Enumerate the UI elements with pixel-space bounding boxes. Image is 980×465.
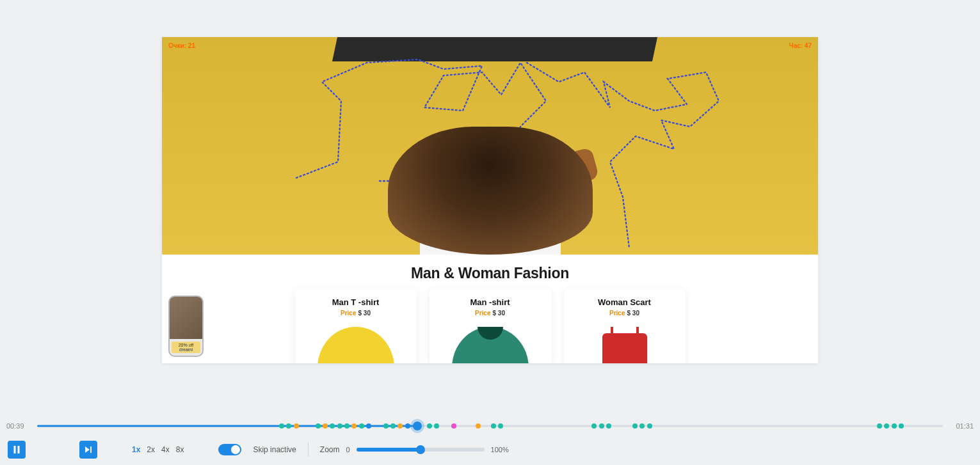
pause-icon [12, 445, 21, 454]
product-title: Man T -shirt [301, 297, 410, 307]
event-marker[interactable] [383, 423, 389, 429]
product-price: Price$ 30 [570, 310, 679, 317]
event-marker[interactable] [351, 423, 357, 429]
event-marker[interactable] [434, 423, 439, 429]
product-title: Man -shirt [436, 297, 545, 307]
skip-forward-button[interactable] [79, 441, 97, 459]
player-controls: 00:39 [0, 414, 980, 465]
event-marker[interactable] [337, 423, 342, 429]
speed-selector: 1x 2x 4x 8x [132, 445, 184, 454]
page-topbar [332, 37, 657, 61]
total-time: 01:31 [951, 422, 974, 430]
product-card[interactable]: Man T -shirt Price$ 30 [295, 288, 417, 363]
event-marker[interactable] [330, 423, 335, 429]
event-marker[interactable] [359, 423, 364, 429]
event-marker[interactable] [599, 423, 604, 429]
skip-forward-icon [84, 445, 93, 454]
svg-rect-0 [14, 446, 16, 453]
event-marker[interactable] [877, 423, 882, 429]
zoom-control: Zoom 0 100% [320, 445, 509, 454]
event-marker[interactable] [294, 423, 299, 429]
event-marker[interactable] [390, 423, 396, 429]
zoom-knob[interactable] [416, 445, 425, 454]
speed-1x[interactable]: 1x [132, 445, 140, 454]
current-time: 00:39 [6, 422, 29, 430]
event-marker[interactable] [316, 423, 321, 429]
zoom-slider[interactable] [357, 448, 485, 452]
pause-button[interactable] [8, 441, 26, 459]
zoom-max: 100% [491, 446, 509, 453]
overlay-time: Час: 47 [789, 42, 812, 49]
event-marker[interactable] [323, 423, 328, 429]
hero-figure [324, 107, 657, 255]
event-marker[interactable] [427, 423, 432, 429]
event-marker[interactable] [344, 423, 349, 429]
event-marker[interactable] [279, 423, 284, 429]
side-promo-widget[interactable]: 20% off dreami [168, 296, 204, 357]
overlay-score: Очки: 21 [168, 42, 195, 49]
session-replay-viewport: Очки: 21 Час: 47 Man & Woman Fashion Man… [162, 37, 818, 363]
section-title: Man & Woman Fashion [162, 265, 818, 282]
product-card[interactable]: Woman Scart Price$ 30 [564, 288, 686, 363]
event-marker[interactable] [405, 423, 410, 429]
svg-rect-1 [18, 446, 20, 453]
product-card[interactable]: Man -shirt Price$ 30 [430, 288, 551, 363]
event-marker[interactable] [498, 423, 503, 429]
speed-4x[interactable]: 4x [161, 445, 170, 454]
event-marker[interactable] [366, 423, 371, 429]
hero-image: Очки: 21 Час: 47 [162, 37, 818, 255]
zoom-label: Zoom [320, 445, 340, 454]
event-marker[interactable] [647, 423, 652, 429]
playhead[interactable] [413, 422, 422, 430]
event-marker[interactable] [639, 423, 645, 429]
toggle-knob [231, 445, 240, 454]
product-title: Woman Scart [570, 297, 679, 307]
speed-8x[interactable]: 8x [176, 445, 184, 454]
product-grid: Man T -shirt Price$ 30 Man -shirt Price$… [162, 288, 818, 363]
product-image [436, 327, 545, 363]
event-marker[interactable] [398, 423, 403, 429]
product-image [301, 327, 410, 363]
speed-2x[interactable]: 2x [147, 445, 155, 454]
event-marker[interactable] [632, 423, 638, 429]
product-image [570, 327, 679, 363]
event-marker[interactable] [899, 423, 904, 429]
figure-hair [388, 127, 593, 255]
event-marker[interactable] [286, 423, 291, 429]
event-marker[interactable] [606, 423, 611, 429]
svg-marker-2 [85, 446, 90, 453]
event-marker[interactable] [884, 423, 889, 429]
side-promo-label: 20% off dreami [172, 342, 201, 353]
skip-inactive-label: Skip inactive [253, 445, 296, 454]
svg-rect-3 [90, 446, 92, 453]
event-marker[interactable] [892, 423, 897, 429]
event-marker[interactable] [451, 423, 456, 429]
skip-inactive-toggle[interactable] [218, 444, 241, 455]
event-marker[interactable] [491, 423, 496, 429]
event-marker[interactable] [476, 423, 481, 429]
product-price: Price$ 30 [436, 310, 545, 317]
zoom-fill [357, 448, 421, 452]
timeline[interactable] [37, 422, 943, 430]
divider [308, 443, 309, 457]
product-price: Price$ 30 [301, 310, 410, 317]
event-marker[interactable] [591, 423, 597, 429]
zoom-min: 0 [346, 446, 349, 453]
side-promo-image [170, 297, 202, 339]
